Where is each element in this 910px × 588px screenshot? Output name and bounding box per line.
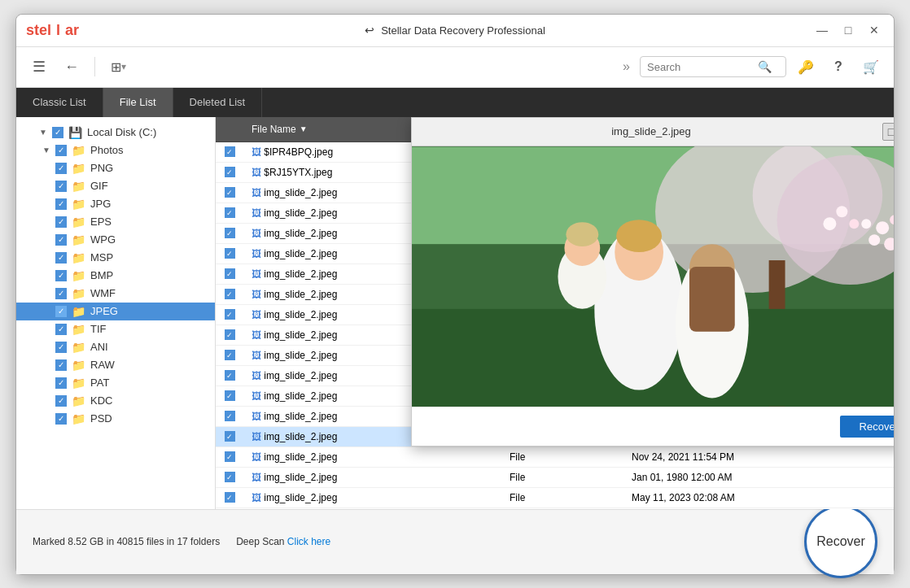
row-check[interactable]: ✓ bbox=[216, 370, 245, 381]
menu-button[interactable]: ☰ bbox=[26, 54, 52, 80]
folder-icon: 📁 bbox=[72, 287, 85, 300]
checkbox-pat[interactable]: ✓ bbox=[55, 377, 67, 389]
folder-icon: 📁 bbox=[72, 180, 85, 193]
app-title: ↩ Stellar Data Recovery Professional bbox=[365, 24, 545, 37]
row-check[interactable]: ✓ bbox=[216, 411, 245, 421]
folder-icon: 📁 bbox=[72, 394, 85, 407]
checkbox-wpg[interactable]: ✓ bbox=[55, 234, 67, 246]
sidebar-item-msp[interactable]: ✓ 📁 MSP bbox=[16, 249, 215, 267]
sidebar-item-kdc[interactable]: ✓ 📁 KDC bbox=[16, 392, 215, 410]
cell-modification bbox=[755, 496, 894, 499]
tab-classic-list[interactable]: Classic List bbox=[16, 88, 103, 117]
cell-modification bbox=[755, 455, 894, 459]
titlebar: stellar ↩ Stellar Data Recovery Professi… bbox=[16, 15, 894, 47]
sidebar-item-photos[interactable]: ▼ ✓ 📁 Photos bbox=[16, 142, 215, 159]
main-recover-button[interactable]: Recover bbox=[804, 505, 877, 578]
sidebar-item-wpg[interactable]: ✓ 📁 WPG bbox=[16, 231, 215, 249]
row-check[interactable]: ✓ bbox=[216, 146, 245, 157]
checkbox-local-disk[interactable]: ✓ bbox=[52, 127, 63, 138]
row-check[interactable]: ✓ bbox=[216, 350, 245, 360]
file-icon: 🖼 bbox=[252, 350, 261, 361]
tab-file-list[interactable]: File List bbox=[103, 88, 173, 117]
checkbox-kdc[interactable]: ✓ bbox=[55, 395, 67, 407]
sidebar-item-local-disk[interactable]: ▼ ✓ 💾 Local Disk (C:) bbox=[16, 124, 215, 142]
logo-text-3: ar bbox=[65, 22, 79, 39]
row-check[interactable]: ✓ bbox=[216, 207, 245, 218]
checkbox-jpg[interactable]: ✓ bbox=[55, 198, 67, 210]
logo-text: stel bbox=[26, 22, 51, 39]
close-button[interactable]: ✕ bbox=[864, 20, 884, 40]
key-button[interactable]: 🔑 bbox=[793, 54, 819, 80]
checkbox-gif[interactable]: ✓ bbox=[55, 181, 67, 192]
table-row[interactable]: ✓ 🖼 img_slide_3.jpeg File 39.57 KB Aug 2… bbox=[216, 508, 894, 509]
svg-point-24 bbox=[823, 217, 836, 230]
checkbox-msp[interactable]: ✓ bbox=[55, 252, 67, 264]
sidebar-item-jpeg[interactable]: ✓ 📁 JPEG bbox=[16, 303, 215, 320]
help-button[interactable]: ? bbox=[825, 54, 851, 80]
folder-icon: 📁 bbox=[72, 377, 85, 390]
checkbox-tif[interactable]: ✓ bbox=[55, 324, 67, 335]
view-button[interactable]: ⊞ ▾ bbox=[105, 54, 131, 80]
row-check[interactable]: ✓ bbox=[216, 492, 245, 503]
cart-button[interactable]: 🛒 bbox=[858, 54, 884, 80]
checkbox-wmf[interactable]: ✓ bbox=[55, 288, 67, 299]
file-icon: 🖼 bbox=[252, 228, 261, 239]
sidebar-item-psd[interactable]: ✓ 📁 PSD bbox=[16, 410, 215, 428]
row-check[interactable]: ✓ bbox=[216, 228, 245, 238]
sidebar: ▼ ✓ 💾 Local Disk (C:) ▼ ✓ 📁 Photos ✓ 📁 P… bbox=[16, 117, 216, 509]
row-check[interactable]: ✓ bbox=[216, 187, 245, 198]
sidebar-item-jpg[interactable]: ✓ 📁 JPG bbox=[16, 195, 215, 213]
checkbox-raw[interactable]: ✓ bbox=[55, 359, 67, 371]
cell-filename: 🖼 img_slide_2.jpeg bbox=[245, 490, 503, 505]
row-check[interactable]: ✓ bbox=[216, 167, 245, 177]
file-list-panel: File Name ▼ Type Size Creation Date Modi… bbox=[216, 117, 894, 509]
row-check[interactable]: ✓ bbox=[216, 309, 245, 320]
deep-scan-link[interactable]: Click here bbox=[287, 536, 330, 547]
back-button[interactable]: ← bbox=[59, 54, 85, 80]
preview-minimize-button[interactable]: □ bbox=[882, 123, 894, 141]
chevron-nav-icon: » bbox=[623, 59, 630, 74]
row-check[interactable]: ✓ bbox=[216, 431, 245, 442]
cell-filename: 🖼 img_slide_2.jpeg bbox=[245, 470, 503, 485]
svg-rect-15 bbox=[689, 267, 735, 332]
file-icon: 🖼 bbox=[252, 451, 261, 463]
table-row[interactable]: ✓ 🖼 img_slide_2.jpeg File May 11, 2023 0… bbox=[216, 488, 894, 508]
checkbox-png[interactable]: ✓ bbox=[55, 163, 67, 174]
row-check[interactable]: ✓ bbox=[216, 289, 245, 299]
row-check[interactable]: ✓ bbox=[216, 390, 245, 401]
sidebar-item-gif[interactable]: ✓ 📁 GIF bbox=[16, 177, 215, 195]
sidebar-item-raw[interactable]: ✓ 📁 RAW bbox=[16, 356, 215, 374]
maximize-button[interactable]: □ bbox=[838, 20, 858, 40]
preview-recover-button[interactable]: Recover bbox=[840, 416, 894, 438]
row-check[interactable]: ✓ bbox=[216, 451, 245, 462]
sidebar-item-wmf[interactable]: ✓ 📁 WMF bbox=[16, 285, 215, 303]
row-check[interactable]: ✓ bbox=[216, 268, 245, 279]
checkbox-photos[interactable]: ✓ bbox=[55, 145, 67, 156]
sidebar-item-ani[interactable]: ✓ 📁 ANI bbox=[16, 338, 215, 356]
preview-titlebar: img_slide_2.jpeg □ ✕ bbox=[412, 118, 894, 146]
sidebar-item-tif[interactable]: ✓ 📁 TIF bbox=[16, 320, 215, 338]
table-row[interactable]: ✓ 🖼 img_slide_2.jpeg File Jan 01, 1980 1… bbox=[216, 468, 894, 488]
checkbox-jpeg[interactable]: ✓ bbox=[55, 306, 67, 317]
cell-creation: Nov 24, 2021 11:54 PM bbox=[625, 450, 755, 464]
cell-type: File bbox=[503, 450, 560, 464]
row-check[interactable]: ✓ bbox=[216, 248, 245, 259]
checkbox-bmp[interactable]: ✓ bbox=[55, 270, 67, 281]
sidebar-item-pat[interactable]: ✓ 📁 PAT bbox=[16, 374, 215, 392]
sidebar-item-png[interactable]: ✓ 📁 PNG bbox=[16, 159, 215, 177]
minimize-button[interactable]: — bbox=[812, 20, 832, 40]
row-check[interactable]: ✓ bbox=[216, 472, 245, 482]
search-input[interactable] bbox=[647, 61, 753, 73]
checkbox-eps[interactable]: ✓ bbox=[55, 216, 67, 228]
search-icon: 🔍 bbox=[758, 60, 772, 73]
sidebar-item-bmp[interactable]: ✓ 📁 BMP bbox=[16, 267, 215, 285]
checkbox-ani[interactable]: ✓ bbox=[55, 342, 67, 353]
logo-text-2: l bbox=[56, 22, 60, 39]
sidebar-item-eps[interactable]: ✓ 📁 EPS bbox=[16, 213, 215, 231]
tab-deleted-list[interactable]: Deleted List bbox=[173, 88, 263, 117]
row-check[interactable]: ✓ bbox=[216, 329, 245, 340]
table-row[interactable]: ✓ 🖼 img_slide_2.jpeg File Nov 24, 2021 1… bbox=[216, 447, 894, 468]
cell-type: File bbox=[503, 470, 560, 485]
main-window: stellar ↩ Stellar Data Recovery Professi… bbox=[15, 14, 895, 575]
checkbox-psd[interactable]: ✓ bbox=[55, 413, 67, 425]
